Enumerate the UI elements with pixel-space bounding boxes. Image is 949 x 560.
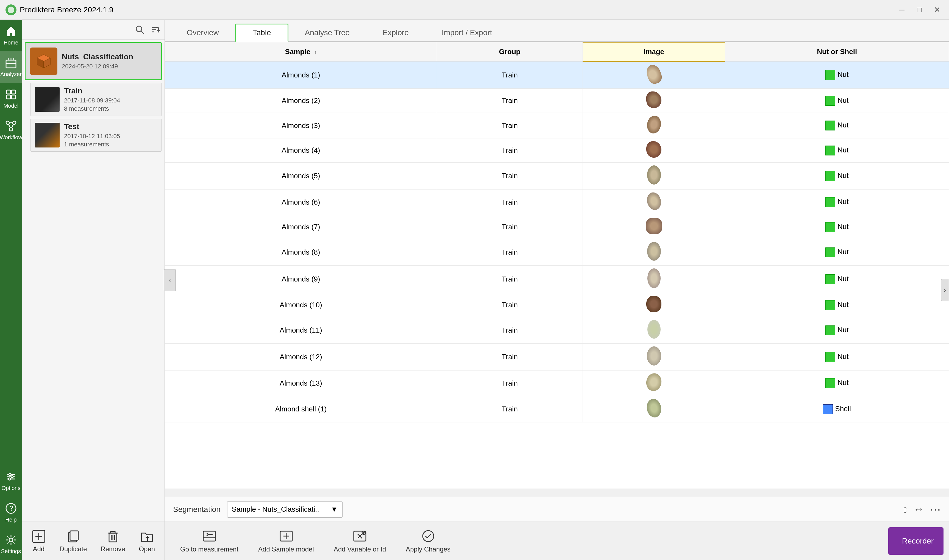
image-cell: [583, 62, 725, 89]
test-name: Test: [64, 122, 157, 131]
window-controls: ─ □ ✕: [895, 3, 943, 17]
svg-rect-10: [12, 95, 15, 99]
sidebar-item-help[interactable]: ? Help: [0, 497, 22, 528]
classification-cell: Nut: [725, 62, 949, 89]
tab-import-export[interactable]: Import / Export: [425, 25, 509, 42]
col-nut-or-shell[interactable]: Nut or Shell: [725, 42, 949, 62]
table-row[interactable]: Almonds (4) Train Nut: [165, 138, 949, 163]
dropdown-arrow-icon: ▼: [331, 505, 338, 514]
add-variable-icon: [353, 529, 367, 543]
project-item[interactable]: Nuts_Classification 2024-05-20 12:09:49: [25, 42, 162, 80]
svg-rect-40: [70, 531, 78, 540]
svg-point-26: [136, 26, 142, 32]
maximize-button[interactable]: □: [913, 3, 926, 17]
col-image[interactable]: Image: [583, 42, 725, 62]
group-cell: Train: [437, 343, 583, 371]
sidebar-item-options[interactable]: Options: [0, 465, 22, 497]
sidebar-item-home[interactable]: Home: [0, 20, 22, 51]
search-icon: [135, 25, 145, 35]
sort-button[interactable]: [150, 25, 160, 35]
nut-image: [645, 398, 663, 418]
horizontal-scrollbar[interactable]: [165, 489, 949, 497]
segmentation-dropdown[interactable]: Sample - Nuts_Classificati.. ▼: [227, 501, 343, 518]
model-icon: [5, 88, 17, 100]
data-table: Sample ↕ Group Image Nut or Shell: [165, 42, 949, 422]
duplicate-icon: [66, 529, 80, 543]
panel-content: Nuts_Classification 2024-05-20 12:09:49 …: [22, 40, 165, 522]
add-variable-button[interactable]: Add Variable or Id: [324, 523, 396, 559]
table-row[interactable]: Almonds (10) Train Nut: [165, 293, 949, 317]
table-row[interactable]: Almonds (3) Train Nut: [165, 113, 949, 138]
measurement-item-test[interactable]: Test 2017-10-12 11:03:05 1 measurements: [30, 118, 162, 152]
test-date: 2017-10-12 11:03:05: [64, 133, 157, 140]
tab-overview[interactable]: Overview: [170, 25, 235, 42]
table-row[interactable]: Almonds (1) Train Nut: [165, 62, 949, 89]
group-cell: Train: [437, 266, 583, 293]
train-thumbnail: [35, 87, 60, 112]
right-chevron-icon: ›: [944, 286, 946, 294]
test-info: Test 2017-10-12 11:03:05 1 measurements: [64, 122, 157, 148]
more-icon[interactable]: ⋯: [930, 503, 941, 516]
table-row[interactable]: Almonds (13) Train Nut: [165, 371, 949, 396]
sidebar-item-analyzer[interactable]: Analyzer: [0, 51, 22, 83]
tab-analyse-tree[interactable]: Analyse Tree: [288, 25, 366, 42]
classification-cell: Nut: [725, 163, 949, 189]
project-panel: Nuts_Classification 2024-05-20 12:09:49 …: [22, 20, 165, 560]
table-row[interactable]: Almond shell (1) Train Shell: [165, 396, 949, 422]
table-header-row: Sample ↕ Group Image Nut or Shell: [165, 42, 949, 62]
table-row[interactable]: Almonds (2) Train Nut: [165, 89, 949, 113]
table-row[interactable]: Almonds (11) Train Nut: [165, 317, 949, 343]
resize-horizontal-icon[interactable]: ↔: [913, 503, 924, 516]
table-row[interactable]: Almonds (8) Train Nut: [165, 239, 949, 266]
table-row[interactable]: Almonds (9) Train Nut: [165, 266, 949, 293]
recorder-button[interactable]: Recorder: [888, 527, 943, 555]
open-icon: [140, 529, 154, 543]
open-button[interactable]: Open: [133, 526, 160, 555]
image-cell: [583, 163, 725, 189]
collapse-panel-button[interactable]: ‹: [164, 269, 176, 291]
classification-cell: Nut: [725, 317, 949, 343]
table-row[interactable]: Almonds (7) Train Nut: [165, 215, 949, 239]
col-sample[interactable]: Sample ↕: [165, 42, 437, 62]
goto-measurement-button[interactable]: Go to measurement: [170, 523, 248, 559]
col-group[interactable]: Group: [437, 42, 583, 62]
classification-cell: Shell: [725, 396, 949, 422]
sidebar-item-model[interactable]: Model: [0, 83, 22, 114]
svg-line-15: [9, 124, 10, 128]
duplicate-button[interactable]: Duplicate: [54, 526, 92, 555]
add-label: Add: [33, 545, 45, 553]
remove-button[interactable]: Remove: [95, 526, 131, 555]
classification-cell: Nut: [725, 371, 949, 396]
table-row[interactable]: Almonds (6) Train Nut: [165, 189, 949, 215]
sidebar-item-workflow[interactable]: Workflow: [0, 114, 22, 146]
search-button[interactable]: [135, 25, 145, 35]
group-cell: Train: [437, 293, 583, 317]
color-indicator: [825, 352, 835, 362]
measurement-item-train[interactable]: Train 2017-11-08 09:39:04 8 measurements: [30, 83, 162, 116]
close-button[interactable]: ✕: [931, 3, 943, 17]
group-cell: Train: [437, 317, 583, 343]
minimize-button[interactable]: ─: [895, 3, 908, 17]
nut-image: [647, 346, 661, 366]
sidebar-item-settings[interactable]: Settings: [0, 528, 22, 560]
resize-vertical-icon[interactable]: ↕: [902, 503, 908, 516]
bottom-toolbar: Go to measurement Add Sample model: [165, 522, 949, 560]
classification-cell: Nut: [725, 189, 949, 215]
table-row[interactable]: Almonds (12) Train Nut: [165, 343, 949, 371]
table-row[interactable]: Almonds (5) Train Nut: [165, 163, 949, 189]
remove-label: Remove: [100, 545, 125, 553]
right-panel-handle[interactable]: ›: [941, 279, 949, 301]
data-table-wrapper[interactable]: Sample ↕ Group Image Nut or Shell: [165, 42, 949, 489]
sample-cell: Almond shell (1): [165, 396, 437, 422]
image-cell: [583, 239, 725, 266]
main-content: Overview Table Analyse Tree Explore Impo…: [165, 20, 949, 560]
add-button[interactable]: Add: [26, 526, 51, 555]
add-sample-model-label: Add Sample model: [258, 545, 314, 553]
group-cell: Train: [437, 138, 583, 163]
nut-image: [648, 268, 661, 288]
tab-explore[interactable]: Explore: [366, 25, 425, 42]
add-sample-model-button[interactable]: Add Sample model: [248, 523, 324, 559]
sidebar-help-label: Help: [5, 517, 17, 523]
tab-table[interactable]: Table: [235, 24, 288, 42]
apply-changes-button[interactable]: Apply Changes: [396, 523, 460, 559]
